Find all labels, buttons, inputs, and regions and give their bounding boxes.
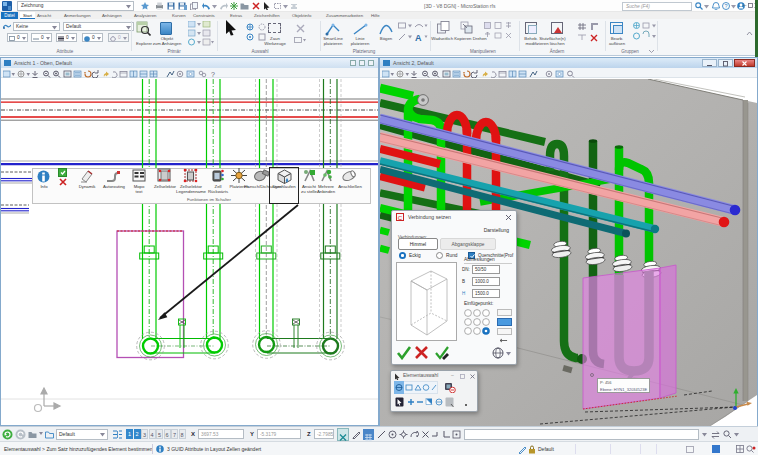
svg-text:A: A bbox=[415, 33, 422, 43]
svg-text:?: ? bbox=[725, 3, 728, 9]
